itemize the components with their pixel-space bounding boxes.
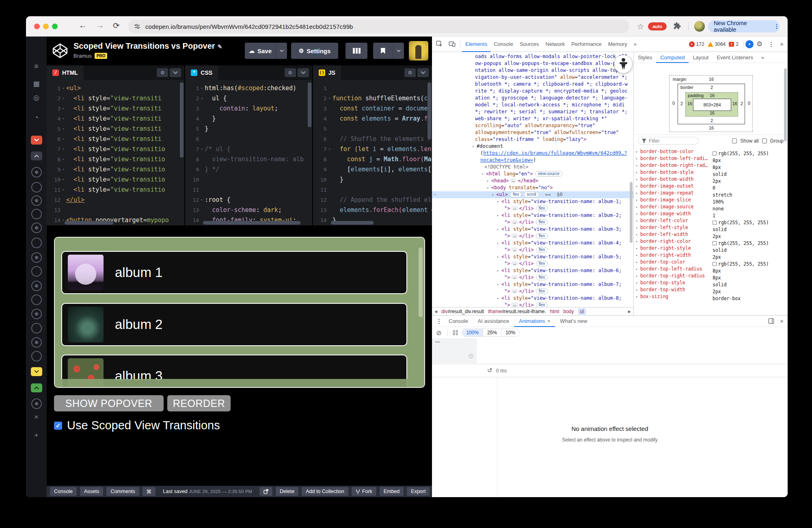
- replay-icon[interactable]: ↺: [487, 367, 492, 374]
- collapsed-content-icon[interactable]: …: [511, 206, 518, 210]
- issues-count[interactable]: 2: [736, 41, 739, 47]
- code-line[interactable]: 11: [313, 185, 432, 195]
- fold-arrow-icon[interactable]: ▾: [60, 175, 66, 185]
- code-line[interactable]: 12 // Append the shuffled el: [313, 195, 432, 205]
- code-line[interactable]: 1▾html:has(#scoped:checked): [185, 83, 312, 93]
- collection-button[interactable]: [373, 43, 404, 59]
- inspect-element-icon[interactable]: [436, 41, 443, 48]
- keyboard-shortcuts-button[interactable]: ⌘: [143, 487, 156, 496]
- footer-add-to-collection-button[interactable]: Add to Collection: [302, 487, 348, 496]
- badge-flex[interactable]: flex: [536, 275, 548, 280]
- sidebar-tab-computed[interactable]: Computed: [656, 52, 689, 63]
- property-disclosure-icon[interactable]: ▸: [636, 169, 638, 176]
- auto-badge[interactable]: auto: [648, 22, 667, 30]
- disclosure-arrow-icon[interactable]: ▸: [497, 212, 499, 219]
- code-line[interactable]: 13 elements.forEach(element =: [313, 205, 432, 215]
- close-window-button[interactable]: [34, 24, 40, 29]
- badge-view-source[interactable]: view-source: [535, 171, 562, 177]
- devtools-settings-gear-icon[interactable]: ⚙: [756, 40, 762, 48]
- dom-tree-node[interactable]: ">…</li>flex: [432, 205, 633, 212]
- dom-tree-node[interactable]: model *; local-network-access *; microph…: [432, 102, 633, 108]
- edit-title-icon[interactable]: ✎: [218, 43, 222, 50]
- pen-item-icon[interactable]: [31, 266, 42, 277]
- fold-arrow-icon[interactable]: ▾: [60, 114, 66, 124]
- dom-tree-node[interactable]: ▸<li style="view-transition-name: album-…: [432, 198, 633, 205]
- breadcrumb-scroll-right-icon[interactable]: ▶: [628, 309, 631, 314]
- disclosure-arrow-icon[interactable]: ▸: [487, 177, 489, 184]
- box-model-diagram[interactable]: margin 16 16 0 0 border 2 2 2 2 padding …: [669, 75, 753, 132]
- computed-property-row[interactable]: ▸border-left-colorrgb(255, 255, 255): [634, 217, 788, 224]
- property-disclosure-icon[interactable]: ▸: [636, 259, 638, 266]
- animation-group-placeholder[interactable]: [432, 338, 477, 364]
- computed-property-row[interactable]: ▸border-image-slice100%: [634, 197, 788, 203]
- disclosure-arrow-icon[interactable]: ▸: [497, 226, 499, 233]
- forward-button[interactable]: →: [96, 21, 104, 30]
- dom-tree-node[interactable]: ">…</li>flex: [432, 219, 633, 226]
- dom-tree-node[interactable]: ">…</li>flex: [432, 274, 633, 281]
- editor-vscrollbar[interactable]: [180, 82, 184, 158]
- pen-item-icon[interactable]: [31, 167, 42, 177]
- property-disclosure-icon[interactable]: ▸: [636, 183, 638, 190]
- scoped-transitions-toggle[interactable]: ✓ Use Scoped View Transitions: [54, 419, 220, 432]
- error-count-icon[interactable]: ×: [689, 41, 695, 47]
- code-line[interactable]: 2▾ <li style="view-transiti: [47, 93, 184, 104]
- devtools-tab-memory[interactable]: Memory: [605, 37, 631, 52]
- album-list[interactable]: album 1album 2album 3: [54, 237, 425, 388]
- badge-flex[interactable]: flex: [536, 206, 548, 211]
- dom-tree-node[interactable]: ">…</li>flex: [432, 288, 633, 295]
- code-line[interactable]: 2▾function shuffleElements(c: [313, 93, 432, 104]
- computed-property-row[interactable]: ▸border-right-stylesolid: [634, 245, 788, 252]
- dom-tree-node[interactable]: *; rewriter *; serial *; summarizer *; t…: [432, 108, 633, 115]
- warning-count-icon[interactable]: [708, 42, 713, 47]
- dom-tree-node[interactable]: bluetooth *; camera *; clipboard-read *;…: [432, 81, 633, 88]
- album-list-item[interactable]: album 2: [61, 303, 407, 346]
- drawer-tab-ai-assistance[interactable]: AI assistance: [473, 316, 514, 327]
- album-list-scrollbar[interactable]: [419, 247, 423, 317]
- editor-settings-gear-icon[interactable]: ⚙: [157, 68, 168, 77]
- footer-embed-button[interactable]: Embed: [380, 487, 404, 496]
- speed-25[interactable]: 25%: [483, 329, 501, 336]
- property-disclosure-icon[interactable]: ▸: [636, 238, 638, 245]
- computed-property-row[interactable]: ▸border-top-colorrgb(255, 255, 255): [634, 259, 788, 266]
- computed-property-row[interactable]: ▸border-image-width1: [634, 210, 788, 217]
- editor-collapse-chevron-icon[interactable]: [417, 68, 429, 77]
- checkbox-checked-icon[interactable]: ✓: [54, 422, 62, 430]
- breadcrumb-ul[interactable]: ul: [578, 308, 586, 315]
- computed-property-row[interactable]: ▸border-bottom-left-radi…8px: [634, 155, 788, 162]
- bookmark-star-icon[interactable]: ☆: [637, 22, 644, 31]
- code-line[interactable]: 4 }: [185, 114, 312, 124]
- computed-property-row[interactable]: ▸box-sizingborder-box: [634, 293, 788, 300]
- computed-property-row[interactable]: ▸border-top-right-radius8px: [634, 273, 788, 279]
- warning-count[interactable]: 3064: [715, 41, 726, 47]
- computed-property-row[interactable]: ▸border-image-repeatstretch: [634, 190, 788, 197]
- breadcrumb-iframe[interactable]: iframe#result.result-iframe.: [488, 309, 546, 314]
- footer-delete-button[interactable]: Delete: [276, 487, 298, 496]
- dom-tree-node[interactable]: ▸<li style="view-transition-name: album-…: [432, 253, 633, 260]
- computed-property-row[interactable]: ▸border-image-sourcenone: [634, 203, 788, 210]
- dom-tree-node[interactable]: ation *; gyroscope *; language-detector …: [432, 95, 633, 102]
- dom-tree-node[interactable]: ⋯▾<ul>flexscroll == $0: [432, 191, 633, 198]
- dom-tree-node[interactable]: ▸<head>…</head>: [432, 177, 633, 184]
- code-line[interactable]: 6 // Shuffle the elements r: [313, 134, 432, 144]
- scroll-up-button[interactable]: [31, 151, 42, 160]
- property-disclosure-icon[interactable]: ▸: [636, 245, 638, 252]
- fold-arrow-icon[interactable]: ▾: [60, 154, 66, 164]
- badge-flex[interactable]: flex: [510, 192, 522, 197]
- layout-button[interactable]: [346, 43, 367, 59]
- scroll-down-button[interactable]: [31, 136, 42, 145]
- code-line[interactable]: 5▾ <li style="view-transiti: [47, 124, 184, 134]
- property-disclosure-icon[interactable]: ▸: [636, 148, 638, 155]
- pen-item-icon[interactable]: [31, 294, 42, 305]
- footer-console-button[interactable]: Console: [50, 487, 77, 496]
- disclosure-arrow-icon[interactable]: ▸: [497, 240, 499, 247]
- site-settings-icon[interactable]: [134, 23, 140, 30]
- breadcrumb-body[interactable]: body: [563, 309, 574, 314]
- pen-item-icon[interactable]: [31, 323, 42, 333]
- footer-fork-button[interactable]: Fork: [352, 487, 376, 496]
- dom-tree-node[interactable]: ">…</li>flex: [432, 247, 633, 253]
- property-disclosure-icon[interactable]: ▸: [636, 231, 638, 238]
- dom-tree-node[interactable]: ▸<li style="view-transition-name: album-…: [432, 295, 633, 302]
- code-line[interactable]: 4▾ <li style="view-transiti: [47, 114, 184, 124]
- dom-tree-node[interactable]: oads allow-forms allow-modals allow-poin…: [432, 53, 633, 60]
- styles-scrollbar[interactable]: [784, 68, 787, 141]
